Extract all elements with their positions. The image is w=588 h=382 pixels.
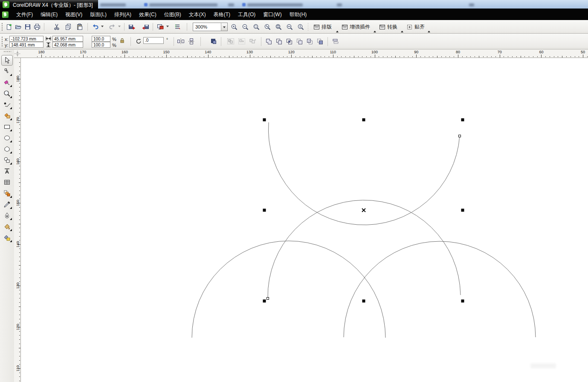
print-button[interactable]: [32, 22, 42, 32]
menu-C[interactable]: 效果(C): [135, 9, 160, 20]
selection-handle[interactable]: [461, 209, 464, 212]
plugins-button[interactable]: 增强插件: [340, 22, 372, 32]
weld-button[interactable]: [264, 37, 274, 46]
y-position-field[interactable]: 148.491 mm: [9, 42, 43, 48]
redo-button[interactable]: [107, 22, 117, 32]
new-button[interactable]: [4, 22, 14, 32]
zoom-combo-dropdown[interactable]: [221, 23, 227, 31]
lower-dome-arc[interactable]: [268, 200, 461, 298]
mirror-vertical-button[interactable]: [187, 37, 196, 46]
object-height-field[interactable]: 42.068 mm: [52, 42, 83, 48]
blend-tool[interactable]: [1, 188, 13, 199]
ellipse-tool[interactable]: [1, 133, 13, 143]
welcome-screen-button[interactable]: [173, 22, 182, 32]
shape-tool[interactable]: [1, 66, 13, 77]
table-tool[interactable]: [1, 177, 13, 188]
zoom-level-combobox[interactable]: 300%: [193, 23, 228, 31]
copy-button[interactable]: [64, 22, 73, 32]
menu-X[interactable]: 文本(X): [185, 9, 210, 20]
snap-button[interactable]: 贴齐: [405, 22, 426, 32]
horizontal-ruler[interactable]: 1801701601501401301201101009080706050: [14, 49, 588, 58]
wireframe-order-button[interactable]: [209, 37, 218, 46]
ungroup-button-disabled[interactable]: [237, 37, 246, 46]
fill-tool[interactable]: [1, 221, 13, 232]
zoom-selected-button[interactable]: [252, 22, 261, 32]
interactive-fill-tool[interactable]: [1, 232, 13, 243]
selection-handle[interactable]: [461, 300, 464, 303]
toolbar-grip[interactable]: [1, 23, 3, 31]
scale-x-field[interactable]: 100.0: [92, 36, 110, 42]
menu-W[interactable]: 窗口(W): [259, 9, 285, 20]
zoom-page-width-button[interactable]: [285, 22, 294, 32]
scale-y-field[interactable]: 100.0: [92, 42, 110, 48]
curve-node[interactable]: [459, 135, 461, 137]
zoom-in-button[interactable]: [229, 22, 239, 32]
group-button-disabled[interactable]: [226, 37, 235, 46]
zoom-page-height-button[interactable]: [296, 22, 305, 32]
ungroup-all-button-disabled[interactable]: [248, 37, 258, 46]
selection-handle[interactable]: [263, 209, 266, 212]
menu-F[interactable]: 文件(F): [12, 9, 37, 20]
property-bar: x: -102.723 mm y: 148.491 mm 45.957 mm 4…: [0, 34, 588, 49]
selection-handle[interactable]: [263, 300, 266, 303]
toolbox-grip[interactable]: [3, 51, 11, 52]
freehand-tool[interactable]: [1, 99, 13, 110]
propbar-grip[interactable]: [1, 36, 3, 46]
undo-button[interactable]: [90, 22, 100, 32]
rectangle-tool[interactable]: [1, 122, 13, 132]
x-position-field[interactable]: -102.723 mm: [9, 36, 43, 42]
selection-handle[interactable]: [362, 300, 365, 303]
menu-H[interactable]: 帮助(H): [286, 9, 311, 20]
cut-button[interactable]: [52, 22, 61, 32]
rotation-angle-field[interactable]: .0: [143, 37, 164, 44]
simplify-button[interactable]: [295, 37, 304, 46]
mirror-horizontal-button[interactable]: [176, 37, 185, 46]
curve-node[interactable]: [267, 298, 269, 300]
menu-app-icon[interactable]: [2, 12, 9, 18]
object-width-field[interactable]: 45.957 mm: [52, 36, 83, 42]
selection-handle[interactable]: [461, 119, 464, 122]
pick-tool[interactable]: [1, 55, 13, 66]
front-minus-back-button[interactable]: [305, 37, 315, 46]
menu-O[interactable]: 工具(O): [234, 9, 259, 20]
redo-dropdown-arrow[interactable]: [118, 26, 121, 27]
smart-fill-tool[interactable]: [1, 110, 13, 121]
back-minus-front-button[interactable]: [316, 37, 325, 46]
trim-button[interactable]: [275, 37, 284, 46]
export-button[interactable]: [141, 22, 150, 32]
launcher-dropdown-arrow[interactable]: [166, 26, 169, 27]
selection-handle[interactable]: [362, 119, 365, 122]
undo-dropdown-arrow[interactable]: [101, 26, 104, 27]
create-boundary-button[interactable]: [331, 37, 340, 46]
lock-ratio-icon[interactable]: [120, 38, 125, 43]
zoom-all-objects-button[interactable]: [263, 22, 272, 32]
menu-A[interactable]: 排列(A): [110, 9, 135, 20]
intersect-button[interactable]: [285, 37, 294, 46]
zoom-out-button[interactable]: [240, 22, 250, 32]
layout-button[interactable]: 排版: [312, 22, 333, 32]
drawing-canvas[interactable]: [21, 58, 588, 382]
selection-center-marker[interactable]: [362, 208, 365, 212]
basic-shapes-tool[interactable]: [1, 155, 13, 165]
menu-B[interactable]: 位图(B): [160, 9, 185, 20]
selection-handle[interactable]: [263, 119, 266, 122]
zoom-tool[interactable]: [1, 88, 13, 99]
zoom-page-button[interactable]: [274, 22, 283, 32]
outline-tool[interactable]: [1, 210, 13, 221]
import-button[interactable]: [127, 22, 136, 32]
eyedropper-tool[interactable]: [1, 199, 13, 210]
save-button[interactable]: [23, 22, 32, 32]
ruler-tick: [19, 62, 20, 63]
paste-button[interactable]: [75, 22, 84, 32]
polygon-tool[interactable]: [1, 144, 13, 154]
text-tool[interactable]: [1, 166, 13, 177]
menu-V[interactable]: 视图(V): [61, 9, 86, 20]
menu-T[interactable]: 表格(T): [210, 9, 234, 20]
open-button[interactable]: [14, 22, 23, 32]
menu-L[interactable]: 版面(L): [86, 9, 110, 20]
crop-tool[interactable]: [1, 77, 13, 88]
menu-E[interactable]: 编辑(E): [37, 9, 61, 20]
convert-button[interactable]: 转换: [377, 22, 399, 32]
vertical-ruler[interactable]: 180170160150140130120110: [14, 58, 21, 382]
application-launcher-button[interactable]: [156, 22, 165, 32]
